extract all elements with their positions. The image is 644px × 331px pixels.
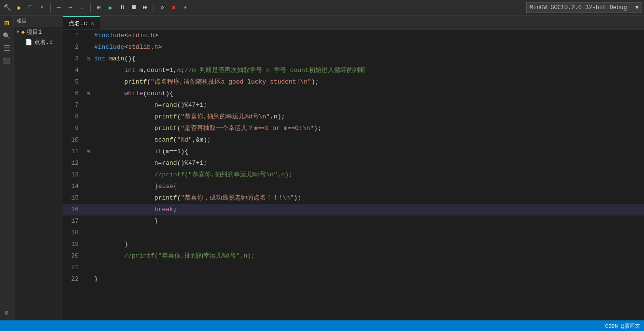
line-fold-20: [84, 250, 92, 262]
line-content-19: }: [92, 239, 644, 250]
code-line-5: 5 printf("点名程序,请你随机抽区a good lucky studen…: [63, 76, 644, 88]
toolbar-sep-1: [50, 3, 51, 12]
line-num-20: 20: [63, 250, 84, 262]
tab-dianming[interactable]: 点名.c ✕: [63, 16, 100, 29]
toolbar-icon-saveall[interactable]: ▪: [37, 2, 47, 13]
toolbar-sep-2: [90, 3, 91, 12]
code-line-20: 20 //printf("恭喜你,抽到的幸运儿%d号",n);: [63, 250, 644, 262]
line-num-19: 19: [63, 239, 84, 250]
sidebar-icon-files[interactable]: ⊞: [1, 17, 13, 29]
toolbar-icon-forward[interactable]: →: [65, 2, 76, 13]
line-num-5: 5: [63, 76, 84, 88]
toolbar-icon-grid[interactable]: ⊞: [94, 2, 104, 13]
code-line-10: 10 scanf("%d",&m);: [63, 134, 644, 146]
code-line-16: 16 break;: [63, 204, 644, 216]
line-fold-2: [84, 42, 92, 53]
line-num-3: 3: [63, 53, 84, 65]
line-num-4: 4: [63, 65, 84, 76]
side-panel-header: 项目: [14, 15, 63, 27]
line-num-7: 7: [63, 100, 84, 111]
main-area: ⊞ 🔍 ☰ ⬛ ⚙ 项目 ▼ ◆ 项目1 📄 点名.c 点名.c ✕: [0, 15, 644, 320]
line-content-21: [92, 262, 644, 273]
code-line-17: 17 }: [63, 216, 644, 227]
line-fold-5: [84, 76, 92, 88]
line-fold-3[interactable]: ⊟: [84, 53, 92, 65]
toolbar-icon-pause[interactable]: ⏸: [117, 2, 127, 13]
line-num-9: 9: [63, 123, 84, 134]
line-fold-1: [84, 30, 92, 42]
line-content-8: printf("恭喜你,抽到的幸运儿%d号\n",n);: [92, 111, 644, 123]
toolbar-icon-back[interactable]: ←: [54, 2, 64, 13]
code-editor[interactable]: 1 #include<stdio.h> 2 #include<stdlib.h>…: [63, 30, 644, 320]
tree-item-project[interactable]: ▼ ◆ 项目1: [14, 27, 63, 37]
line-num-18: 18: [63, 227, 84, 239]
toolbar-icon-menu[interactable]: ≡: [77, 2, 87, 13]
line-num-21: 21: [63, 262, 84, 273]
status-bar-text: CSDN @廖丙文: [605, 322, 640, 330]
code-line-3: 3 ⊟ int main(){: [63, 53, 644, 65]
line-fold-17: [84, 216, 92, 227]
line-num-14: 14: [63, 181, 84, 192]
left-icon-strip: ⊞ 🔍 ☰ ⬛ ⚙: [0, 15, 14, 320]
dropdown-arrow-icon: ▼: [635, 4, 639, 11]
line-num-10: 10: [63, 134, 84, 146]
code-line-18: 18: [63, 227, 644, 239]
code-line-13: 13 //printf("恭喜你,抽到的幸运儿%d号\n",n);: [63, 169, 644, 181]
line-num-1: 1: [63, 30, 84, 42]
toolbar-sep-3: [154, 3, 154, 12]
file-label: 点名.c: [34, 38, 53, 46]
sidebar-icon-bookmark[interactable]: ☰: [1, 43, 13, 54]
code-line-11: 11 ⊟ if(m==1){: [63, 146, 644, 158]
toolbar-icon-stop[interactable]: ⏹: [128, 2, 139, 13]
side-panel: 项目 ▼ ◆ 项目1 📄 点名.c: [14, 15, 63, 320]
line-num-13: 13: [63, 169, 84, 181]
line-num-17: 17: [63, 216, 84, 227]
sidebar-icon-search[interactable]: 🔍: [1, 30, 13, 42]
line-fold-9: [84, 123, 92, 134]
toolbar-icon-step[interactable]: ⏭: [140, 2, 151, 13]
code-line-22: 22 }: [63, 273, 644, 285]
sidebar-icon-debug[interactable]: ⬛: [1, 55, 13, 67]
toolbar-icon-run[interactable]: ▶: [105, 2, 116, 13]
line-fold-14: [84, 181, 92, 192]
code-line-21: 21: [63, 262, 644, 273]
line-content-6: while(count){: [92, 88, 644, 100]
line-fold-7: [84, 100, 92, 111]
line-fold-6[interactable]: ⊟: [84, 88, 92, 100]
tree-item-file-dianming[interactable]: 📄 点名.c: [14, 37, 63, 47]
toolbar-icon-flash[interactable]: ⚡: [180, 2, 191, 13]
toolbar-icon-debug-more[interactable]: »: [157, 2, 168, 13]
line-fold-19: [84, 239, 92, 250]
line-fold-11[interactable]: ⊟: [84, 146, 92, 158]
line-fold-12: [84, 158, 92, 169]
code-line-19: 19 }: [63, 239, 644, 250]
code-line-6: 6 ⊟ while(count){: [63, 88, 644, 100]
tab-close-icon[interactable]: ✕: [91, 20, 94, 27]
line-fold-18: [84, 227, 92, 239]
project-arrow-icon: ▼: [16, 29, 19, 35]
toolbar: 🔨 ◆ □ ▪ ← → ≡ ⊞ ▶ ⏸ ⏹ ⏭ » ✖ ⚡ MinGW GCC1…: [0, 0, 644, 15]
line-num-15: 15: [63, 192, 84, 204]
toolbar-icon-stop2[interactable]: ✖: [168, 2, 179, 13]
line-num-6: 6: [63, 88, 84, 100]
line-fold-10: [84, 134, 92, 146]
line-num-16: 16: [63, 204, 84, 216]
toolbar-icon-new[interactable]: 🔨: [2, 2, 13, 13]
line-content-2: #include<stdlib.h>: [92, 42, 644, 53]
file-icon: 📄: [25, 39, 32, 46]
toolbar-icon-save[interactable]: □: [25, 2, 36, 13]
line-content-20: //printf("恭喜你,抽到的幸运儿%d号",n);: [92, 250, 644, 262]
code-line-4: 4 int m,count=1,n;//m 判断是否再次抽取学号 n 学号 co…: [63, 65, 644, 76]
sidebar-icon-settings[interactable]: ⚙: [1, 307, 13, 318]
line-fold-13: [84, 169, 92, 181]
toolbar-icon-folder[interactable]: ◆: [14, 2, 24, 13]
line-content-3: int main(){: [92, 53, 644, 65]
code-line-2: 2 #include<stdlib.h>: [63, 42, 644, 53]
code-line-14: 14 }else{: [63, 181, 644, 192]
build-config-dropdown[interactable]: MinGW GCC10.2.0 32-bit Debug ▼: [526, 2, 642, 13]
line-fold-15: [84, 192, 92, 204]
line-fold-16: [84, 204, 92, 216]
code-line-8: 8 printf("恭喜你,抽到的幸运儿%d号\n",n);: [63, 111, 644, 123]
tab-label: 点名.c: [69, 19, 87, 28]
line-content-4: int m,count=1,n;//m 判断是否再次抽取学号 n 学号 coun…: [92, 65, 644, 76]
